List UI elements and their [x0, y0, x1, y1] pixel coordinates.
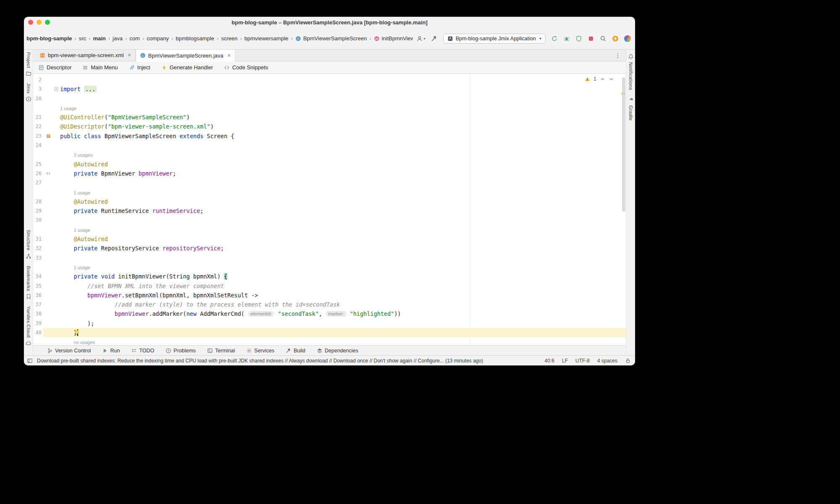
line-number[interactable]: 33	[33, 253, 43, 262]
usage-hint[interactable]: 1 usage	[74, 190, 90, 195]
code-line-33[interactable]: 33	[33, 253, 626, 262]
tool-window-button-dependencies[interactable]: Dependencies	[317, 348, 358, 354]
code-line-27[interactable]: 27	[33, 178, 626, 187]
breadcrumb-item-bpmviewersamplescreen[interactable]: CBpmViewerSampleScreen	[295, 34, 368, 42]
breadcrumb-item-main[interactable]: main	[92, 34, 106, 42]
tool-stripe-button-gradle[interactable]: Gradle	[628, 97, 634, 121]
tool-window-button-todo[interactable]: TODO	[131, 348, 154, 354]
line-number[interactable]: 35	[33, 281, 43, 291]
code-line-hint[interactable]: no usages	[33, 337, 626, 345]
breadcrumb-item-java[interactable]: java	[112, 34, 123, 42]
breadcrumb-item-src[interactable]: src	[79, 34, 87, 42]
line-number[interactable]: 26	[33, 169, 43, 178]
code-editor[interactable]: 23import ...201 usage21@UiController("Bp…	[33, 74, 626, 345]
search-icon[interactable]	[600, 35, 606, 42]
line-number[interactable]: 37	[33, 300, 43, 309]
jmix-action-generate-handler[interactable]: Generate Handler	[161, 64, 213, 71]
vertical-scrollbar[interactable]	[622, 77, 625, 212]
code-line-23[interactable]: 23public class BpmViewerSampleScreen ext…	[33, 131, 626, 141]
code-line-32[interactable]: 32 private RepositoryService repositoryS…	[33, 244, 626, 253]
tab-bpmviewersamplescreen-java[interactable]: CBpmViewerSampleScreen.java✕	[136, 50, 235, 61]
chevron-up-icon[interactable]	[600, 76, 605, 82]
zoom-button[interactable]	[45, 20, 50, 25]
line-number[interactable]: 28	[33, 197, 43, 206]
tool-stripe-button-notifications[interactable]: Notifications	[628, 54, 634, 90]
tool-stripe-button-structure[interactable]: Structure	[26, 230, 32, 259]
tool-window-button-build[interactable]: Build	[286, 348, 305, 354]
minimize-button[interactable]	[37, 20, 42, 25]
line-number[interactable]	[33, 103, 43, 113]
line-number[interactable]: 3	[33, 84, 43, 94]
tabs-more-icon[interactable]: ⋮	[610, 52, 626, 59]
code-line-39[interactable]: 39 );	[33, 319, 626, 328]
code-line-hint[interactable]: 1 usage	[33, 262, 626, 272]
breadcrumb-item-screen[interactable]: screen	[220, 34, 238, 42]
breadcrumb-item-initbpmnviewer[interactable]: minitBpmnViewer	[373, 34, 413, 42]
tool-window-button-problems[interactable]: Problems	[165, 348, 196, 354]
inspections-widget[interactable]: 1	[584, 76, 615, 82]
usage-hint[interactable]: 2 usages	[74, 152, 93, 158]
breadcrumb-item-bpmblogsample[interactable]: bpmblogsample	[175, 34, 215, 42]
indent-setting[interactable]: 4 spaces	[597, 358, 617, 364]
jmix-action-code-snippets[interactable]: Code Snippets	[224, 64, 268, 71]
tool-stripe-button-yandex-cloud[interactable]: Yandex.Cloud	[26, 306, 32, 346]
code-line-26[interactable]: 26 private BpmnViewer bpmnViewer;	[33, 169, 626, 178]
line-number[interactable]	[33, 150, 43, 159]
code-line-3[interactable]: 3import ...	[33, 84, 626, 94]
code-line-29[interactable]: 29 private RuntimeService runtimeService…	[33, 206, 626, 215]
run-config-select[interactable]: Bpm-blog-sample Jmix Application ▾	[443, 34, 546, 44]
tool-window-button-version-control[interactable]: Version Control	[47, 348, 91, 354]
line-number[interactable]	[33, 188, 43, 197]
line-number[interactable]: 22	[33, 122, 43, 131]
tool-window-button-services[interactable]: Services	[246, 348, 274, 354]
usage-hint[interactable]: 1 usage	[60, 106, 76, 111]
tab-bpm-viewer-sample-screen-xml[interactable]: bpm-viewer-sample-screen.xml✕	[36, 50, 136, 61]
user-dropdown[interactable]: ▾	[416, 35, 425, 42]
code-line-37[interactable]: 37 //add marker (style) to the process e…	[33, 300, 626, 309]
jmix-action-inject[interactable]: Inject	[129, 64, 150, 71]
tool-windows-icon[interactable]	[27, 358, 33, 364]
line-number[interactable]: 34	[33, 272, 43, 281]
usage-hint[interactable]: 1 usage	[74, 265, 90, 270]
line-number[interactable]: 36	[33, 291, 43, 300]
line-number[interactable]: 32	[33, 244, 43, 253]
code-line-hint[interactable]: 1 usage	[33, 188, 626, 197]
line-number[interactable]: 40	[33, 328, 43, 337]
code-line-34[interactable]: 34 private void initBpmnViewer(String bp…	[33, 272, 626, 281]
code-line-22[interactable]: 22@UiDescriptor("bpm-viewer-sample-scree…	[33, 122, 626, 131]
line-number[interactable]: 2	[33, 75, 43, 84]
file-encoding[interactable]: UTF-8	[575, 358, 590, 364]
line-number[interactable]: 27	[33, 178, 43, 187]
code-line-hint[interactable]: 1 usage	[33, 103, 626, 113]
code-line-35[interactable]: 35 //set BPMN XML into the viewer compon…	[33, 281, 626, 291]
usage-hint[interactable]: no usages	[74, 340, 95, 345]
line-number[interactable]: 21	[33, 113, 43, 122]
code-line-30[interactable]: 30	[33, 215, 626, 225]
tool-window-button-terminal[interactable]: Terminal	[207, 348, 235, 354]
line-number[interactable]: 29	[33, 206, 43, 215]
code-line-hint[interactable]: 2 usages	[33, 150, 626, 159]
code-line-36[interactable]: 36 bpmnViewer.setBpmnXml(bpmnXml, bpmnXm…	[33, 291, 626, 300]
close-button[interactable]	[28, 20, 33, 25]
code-line-20[interactable]: 20	[33, 94, 626, 103]
tool-stripe-button-jmix[interactable]: Jmix	[26, 83, 32, 102]
line-number[interactable]: 30	[33, 215, 43, 225]
code-line-40[interactable]: 40 }	[33, 328, 626, 337]
code-line-25[interactable]: 25 @Autowired	[33, 160, 626, 169]
usage-hint[interactable]: 1 usage	[74, 228, 90, 233]
tool-window-button-run[interactable]: Run	[102, 348, 120, 354]
breadcrumb-item-com[interactable]: com	[129, 34, 140, 42]
line-number[interactable]	[33, 262, 43, 272]
profile-gradient-icon[interactable]	[624, 35, 631, 42]
line-number[interactable]	[33, 225, 43, 234]
caret-position[interactable]: 40:6	[545, 358, 554, 364]
breadcrumb-item-bpmviewersample[interactable]: bpmviewersample	[244, 34, 289, 42]
line-number[interactable]: 38	[33, 309, 43, 318]
code-line-24[interactable]: 24	[33, 141, 626, 150]
code-line-2[interactable]: 2	[33, 75, 626, 84]
chevron-down-icon[interactable]	[609, 76, 614, 82]
update-icon[interactable]	[612, 35, 619, 42]
tab-close-icon[interactable]: ✕	[227, 53, 231, 58]
jmix-action-main-menu[interactable]: Main Menu	[82, 64, 118, 71]
line-number[interactable]: 20	[33, 94, 43, 103]
